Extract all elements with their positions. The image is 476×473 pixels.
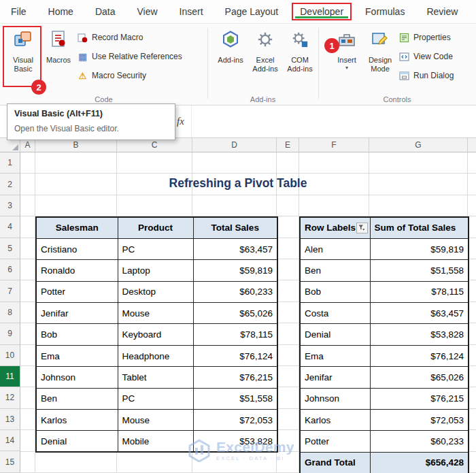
row-header-1[interactable]: 1 [0,152,20,174]
column-header-C[interactable]: C [117,138,192,152]
cell-salesman[interactable]: Cristiano [36,238,118,259]
cell-sum-total-sales[interactable]: $78,115 [370,281,469,302]
sheet-title[interactable]: Refreshing a Pivot Table [20,176,456,191]
cell-total-sales[interactable]: $60,233 [193,281,277,302]
cell-salesman[interactable]: Denial [36,431,118,452]
cell-row-label[interactable]: Jenifar [300,367,370,388]
column-header-F[interactable]: F [299,138,369,152]
cell-product[interactable]: Headphone [118,345,193,366]
cell-sum-total-sales[interactable]: $63,457 [370,303,469,324]
cell-product[interactable]: Mouse [118,410,193,431]
sales-header-product[interactable]: Product [118,217,193,238]
menu-tab-view[interactable]: View [129,3,166,20]
cell-row-label[interactable]: Johnson [300,388,370,409]
menu-tab-insert[interactable]: Insert [171,3,211,20]
cell-sum-total-sales[interactable]: $59,819 [370,238,469,259]
cell-row-label[interactable]: Alen [300,238,370,259]
column-header-G[interactable]: G [369,138,468,152]
row-header-13[interactable]: 13 [0,409,20,430]
cell-total-sales[interactable]: $76,215 [193,367,277,388]
row-header-9[interactable]: 9 [0,323,20,344]
com-add-ins-button[interactable]: COM Add-ins [284,29,316,74]
menu-tab-home[interactable]: Home [40,3,82,20]
cell-salesman[interactable]: Karlos [36,410,118,431]
row-header-15[interactable]: 15 [0,451,20,472]
cell-total-sales[interactable]: $65,026 [193,303,277,324]
cell-row-label[interactable]: Ben [300,260,370,281]
cell-row-label[interactable]: Ema [300,345,370,366]
cell-total-sales[interactable]: $53,828 [193,431,277,452]
cell-product[interactable]: Tablet [118,367,193,388]
column-header-partial[interactable] [468,138,476,152]
row-header-4[interactable]: 4 [0,216,20,238]
cell-total-sales[interactable]: $51,558 [193,388,277,409]
use-relative-references-button[interactable]: ▦ Use Relative References [77,49,182,64]
cell-sum-total-sales[interactable]: $60,233 [370,431,469,452]
cell-sum-total-sales[interactable]: $53,828 [370,324,469,345]
cell-total-sales[interactable]: $63,457 [193,238,277,259]
sales-header-total-sales[interactable]: Total Sales [193,217,277,238]
excel-add-ins-button[interactable]: Excel Add-ins [248,29,282,74]
cell-salesman[interactable]: Ronaldo [36,260,118,281]
cell-salesman[interactable]: Jenifar [36,303,118,324]
pivot-header-sum-of-total-sales[interactable]: Sum of Total Sales [370,217,469,238]
cell-sum-total-sales[interactable]: $72,053 [370,410,469,431]
cell-salesman[interactable]: Ema [36,345,118,366]
cell-sum-total-sales[interactable]: $51,558 [370,260,469,281]
cell-product[interactable]: PC [118,238,193,259]
menu-tab-review[interactable]: Review [418,3,466,20]
column-header-B[interactable]: B [35,138,117,152]
cell-salesman[interactable]: Bob [36,324,118,345]
row-header-14[interactable]: 14 [0,430,20,451]
row-header-5[interactable]: 5 [0,238,20,259]
cell-salesman[interactable]: Johnson [36,367,118,388]
cell-sum-total-sales[interactable]: $76,124 [370,345,469,366]
menu-tab-formulas[interactable]: Formulas [357,3,413,20]
select-all-button[interactable] [0,138,20,152]
row-header-6[interactable]: 6 [0,259,20,280]
row-labels-filter-button[interactable] [356,223,368,233]
column-header-A[interactable]: A [20,138,35,152]
run-dialog-button[interactable]: Run Dialog [398,68,454,83]
cell-row-label[interactable]: Denial [300,324,370,345]
cell-total-sales[interactable]: $78,115 [193,324,277,345]
cell-sum-total-sales[interactable]: $65,026 [370,367,469,388]
cell-product[interactable]: Mobile [118,431,193,452]
cell-salesman[interactable]: Ben [36,388,118,409]
cell-salesman[interactable]: Potter [36,281,118,302]
cell-product[interactable]: Keyboard [118,324,193,345]
menu-tab-file[interactable]: File [3,3,35,20]
cell-product[interactable]: Laptop [118,260,193,281]
row-header-8[interactable]: 8 [0,302,20,323]
cell-total-sales[interactable]: $72,053 [193,410,277,431]
column-header-E[interactable]: E [277,138,299,152]
cell-grand-total-value[interactable]: $656,428 [370,452,469,473]
menu-tab-developer[interactable]: Developer [292,3,352,20]
add-ins-button[interactable]: Add-ins [216,29,245,65]
record-macro-button[interactable]: Record Macro [77,30,143,45]
row-header-10[interactable]: 10 [0,345,20,366]
formula-input[interactable] [192,105,476,137]
row-header-12[interactable]: 12 [0,387,20,408]
column-header-D[interactable]: D [192,138,277,152]
view-code-button[interactable]: View Code [398,49,453,64]
cell-row-label[interactable]: Karlos [300,410,370,431]
row-header-3[interactable]: 3 [0,195,20,216]
cell-grand-total-label[interactable]: Grand Total [300,452,370,473]
cell-product[interactable]: PC [118,388,193,409]
properties-button[interactable]: Properties [398,30,451,45]
row-header-2[interactable]: 2 [0,174,20,195]
menu-tab-page-layout[interactable]: Page Layout [217,3,287,20]
cell-row-label[interactable]: Costa [300,303,370,324]
cell-total-sales[interactable]: $59,819 [193,260,277,281]
cell-sum-total-sales[interactable]: $76,215 [370,388,469,409]
visual-basic-button[interactable]: Visual Basic [5,29,41,74]
cell-row-label[interactable]: Potter [300,431,370,452]
sales-header-salesman[interactable]: Salesman [36,217,118,238]
design-mode-button[interactable]: Design Mode [363,29,397,74]
cell-row-label[interactable]: Bob [300,281,370,302]
menu-tab-data[interactable]: Data [87,3,124,20]
pivot-header-row-labels[interactable]: Row Labels [300,217,370,238]
row-header-7[interactable]: 7 [0,280,20,301]
macro-security-button[interactable]: ⚠ Macro Security [77,68,146,83]
